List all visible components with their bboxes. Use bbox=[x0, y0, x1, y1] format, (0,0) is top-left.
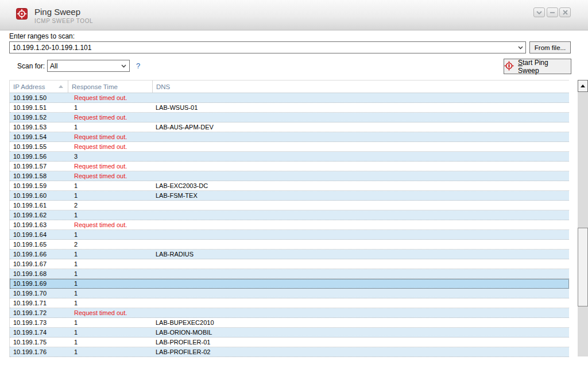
scrollbar-thumb[interactable] bbox=[578, 228, 588, 306]
table-row[interactable]: 10.199.1.711 bbox=[10, 298, 569, 308]
table-row[interactable]: 10.199.1.54Request timed out. bbox=[10, 132, 569, 142]
cell-response-time: 1 bbox=[68, 269, 153, 278]
cell-response-time: 1 bbox=[68, 289, 153, 298]
cell-dns bbox=[153, 269, 569, 278]
from-file-button[interactable]: From file... bbox=[529, 41, 571, 53]
column-header-dns[interactable]: DNS bbox=[153, 80, 569, 93]
table-row[interactable]: 10.199.1.731LAB-BUPEXEC2010 bbox=[10, 318, 569, 328]
cell-dns: LAB-BUPEXEC2010 bbox=[153, 318, 569, 327]
table-row[interactable]: 10.199.1.641 bbox=[10, 230, 569, 240]
minimize-icon bbox=[550, 11, 555, 14]
close-button[interactable] bbox=[559, 7, 571, 17]
cell-dns: LAB-AUS-APM-DEV bbox=[153, 122, 569, 132]
table-row[interactable]: 10.199.1.691 bbox=[10, 279, 569, 289]
cell-dns bbox=[153, 220, 569, 229]
scan-for-select[interactable]: All bbox=[47, 60, 130, 72]
table-row[interactable]: 10.199.1.621 bbox=[10, 210, 569, 220]
cell-ip-address: 10.199.1.60 bbox=[10, 191, 68, 200]
table-row[interactable]: 10.199.1.661LAB-RADIUS bbox=[10, 250, 569, 259]
cell-response-time: 1 bbox=[68, 191, 153, 200]
table-row[interactable]: 10.199.1.671 bbox=[10, 259, 569, 269]
cell-dns: LAB-WSUS-01 bbox=[153, 103, 569, 112]
cell-ip-address: 10.199.1.72 bbox=[10, 308, 68, 317]
cell-response-time: 2 bbox=[68, 201, 153, 210]
cell-dns bbox=[153, 142, 569, 151]
table-row[interactable]: 10.199.1.531LAB-AUS-APM-DEV bbox=[10, 122, 569, 132]
table-row[interactable]: 10.199.1.591LAB-EXC2003-DC bbox=[10, 181, 569, 191]
cell-response-time: Request timed out. bbox=[68, 171, 153, 181]
cell-response-time: 1 bbox=[68, 210, 153, 220]
cell-dns bbox=[153, 93, 569, 102]
cell-response-time: 1 bbox=[68, 318, 153, 327]
cell-dns bbox=[153, 152, 569, 161]
cell-response-time: 1 bbox=[68, 259, 153, 269]
cell-response-time: 3 bbox=[68, 152, 153, 161]
table-row[interactable]: 10.199.1.58Request timed out. bbox=[10, 171, 569, 181]
cell-ip-address: 10.199.1.64 bbox=[10, 230, 68, 239]
cell-ip-address: 10.199.1.53 bbox=[10, 122, 68, 132]
cell-ip-address: 10.199.1.55 bbox=[10, 142, 68, 151]
cell-ip-address: 10.199.1.57 bbox=[10, 162, 68, 171]
column-header-ip-address[interactable]: IP Address bbox=[10, 80, 68, 93]
cell-ip-address: 10.199.1.58 bbox=[10, 171, 68, 181]
cell-response-time: 1 bbox=[68, 250, 153, 259]
table-row[interactable]: 10.199.1.652 bbox=[10, 240, 569, 250]
cell-dns: LAB-FSM-TEX bbox=[153, 191, 569, 200]
cell-dns bbox=[153, 113, 569, 122]
cell-ip-address: 10.199.1.51 bbox=[10, 103, 68, 112]
table-row[interactable]: 10.199.1.50Request timed out. bbox=[10, 93, 569, 103]
scrollbar-track[interactable] bbox=[578, 92, 588, 356]
scroll-up-button[interactable] bbox=[578, 80, 588, 92]
window-title: Ping Sweep bbox=[34, 7, 93, 17]
table-row[interactable]: 10.199.1.751LAB-PROFILER-01 bbox=[10, 338, 569, 347]
table-row[interactable]: 10.199.1.57Request timed out. bbox=[10, 162, 569, 171]
cell-dns: LAB-PROFILER-02 bbox=[153, 347, 569, 356]
cell-ip-address: 10.199.1.61 bbox=[10, 201, 68, 210]
start-ping-sweep-label: Start Ping Sweep bbox=[518, 59, 571, 75]
cell-dns: LAB-PROFILER-01 bbox=[153, 338, 569, 347]
cell-ip-address: 10.199.1.73 bbox=[10, 318, 68, 327]
cell-ip-address: 10.199.1.67 bbox=[10, 259, 68, 269]
scan-for-label: Scan for: bbox=[17, 62, 45, 70]
start-ping-sweep-button[interactable]: Start Ping Sweep bbox=[504, 59, 571, 74]
table-row[interactable]: 10.199.1.612 bbox=[10, 201, 569, 210]
table-row[interactable]: 10.199.1.761LAB-PROFILER-02 bbox=[10, 347, 569, 357]
results-table: IP Address Response Time DNS 10.199.1.50… bbox=[9, 80, 569, 357]
from-file-label: From file... bbox=[535, 44, 566, 51]
cell-response-time: 1 bbox=[68, 328, 153, 337]
table-row[interactable]: 10.199.1.741LAB-ORION-MOBIL bbox=[10, 328, 569, 338]
cell-ip-address: 10.199.1.65 bbox=[10, 240, 68, 249]
combo-dropdown-arrow-icon[interactable] bbox=[515, 46, 525, 49]
cell-ip-address: 10.199.1.63 bbox=[10, 220, 68, 229]
table-row[interactable]: 10.199.1.72Request timed out. bbox=[10, 308, 569, 318]
vertical-scrollbar[interactable] bbox=[578, 80, 588, 356]
cell-dns: LAB-EXC2003-DC bbox=[153, 181, 569, 190]
column-header-response-time[interactable]: Response Time bbox=[68, 80, 153, 93]
table-row[interactable]: 10.199.1.63Request timed out. bbox=[10, 220, 569, 230]
table-row[interactable]: 10.199.1.601LAB-FSM-TEX bbox=[10, 191, 569, 201]
cell-response-time: 1 bbox=[68, 230, 153, 239]
table-row[interactable]: 10.199.1.563 bbox=[10, 152, 569, 162]
ranges-label: Enter ranges to scan: bbox=[9, 32, 75, 40]
cell-response-time: Request timed out. bbox=[68, 113, 153, 122]
window-menu-button[interactable] bbox=[533, 7, 545, 17]
cell-dns bbox=[153, 289, 569, 298]
cell-ip-address: 10.199.1.68 bbox=[10, 269, 68, 278]
cell-response-time: Request timed out. bbox=[68, 132, 153, 141]
cell-response-time: 1 bbox=[68, 103, 153, 112]
select-dropdown-arrow-icon[interactable] bbox=[118, 64, 129, 68]
cell-ip-address: 10.199.1.74 bbox=[10, 328, 68, 337]
minimize-button[interactable] bbox=[547, 7, 558, 17]
scroll-up-arrow-icon bbox=[581, 85, 585, 87]
cell-dns bbox=[153, 230, 569, 239]
table-row[interactable]: 10.199.1.511LAB-WSUS-01 bbox=[10, 103, 569, 113]
cell-dns bbox=[153, 162, 569, 171]
table-row[interactable]: 10.199.1.701 bbox=[10, 289, 569, 298]
table-body: 10.199.1.50Request timed out.10.199.1.51… bbox=[10, 93, 569, 357]
ranges-combobox[interactable]: 10.199.1.20-10.199.1.101 bbox=[9, 41, 526, 53]
help-link[interactable]: ? bbox=[136, 62, 140, 70]
table-row[interactable]: 10.199.1.55Request timed out. bbox=[10, 142, 569, 152]
table-row[interactable]: 10.199.1.52Request timed out. bbox=[10, 113, 569, 122]
table-row[interactable]: 10.199.1.681 bbox=[10, 269, 569, 279]
cell-ip-address: 10.199.1.66 bbox=[10, 250, 68, 259]
